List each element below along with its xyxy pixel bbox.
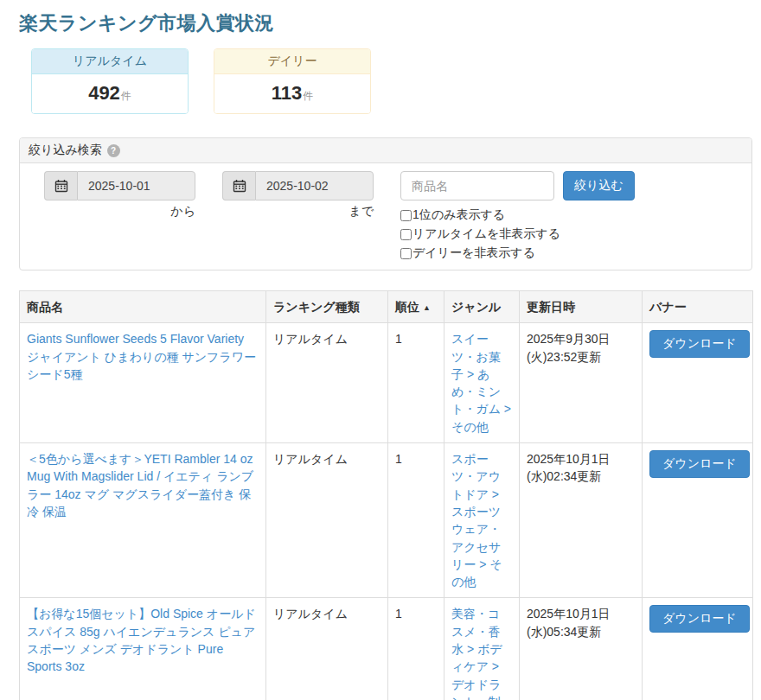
- calendar-icon[interactable]: [44, 171, 77, 200]
- filter-panel-header: 絞り込み検索 ?: [20, 138, 751, 163]
- daily-card-header: デイリー: [214, 49, 370, 74]
- help-icon[interactable]: ?: [107, 144, 120, 157]
- calendar-icon-glyph: [233, 179, 246, 193]
- realtime-card-header: リアルタイム: [32, 49, 188, 74]
- header-product-name: 商品名: [20, 291, 266, 323]
- daily-count: 113: [272, 82, 303, 104]
- download-button[interactable]: ダウンロード: [649, 605, 750, 633]
- checkbox-hide-realtime[interactable]: リアルタイムを非表示する: [400, 225, 635, 244]
- realtime-count-unit: 件: [121, 90, 131, 102]
- checkbox-first-place-only[interactable]: 1位のみ表示する: [400, 206, 635, 225]
- product-name-input[interactable]: [400, 171, 554, 200]
- header-rank-label: 順位: [395, 300, 419, 314]
- realtime-card-body: 492件: [32, 74, 188, 113]
- genre-link[interactable]: スイーツ・お菓子 > あめ・ミント・ガム > その他: [451, 332, 511, 433]
- download-button[interactable]: ダウンロード: [649, 450, 750, 478]
- download-button[interactable]: ダウンロード: [649, 330, 750, 358]
- checkbox-hide-daily[interactable]: デイリーを非表示する: [400, 244, 635, 263]
- filter-panel-title: 絞り込み検索: [29, 143, 102, 158]
- date-from-input[interactable]: [77, 171, 195, 200]
- ranking-type-cell: リアルタイム: [266, 598, 388, 700]
- calendar-icon-glyph: [54, 179, 68, 193]
- date-from-suffix: から: [44, 204, 195, 220]
- table-row: Giants Sunflower Seeds 5 Flavor Variety …: [20, 323, 753, 443]
- ranking-type-cell: リアルタイム: [266, 323, 388, 443]
- updated-cell: 2025年10月1日(水)05:34更新: [520, 598, 643, 700]
- updated-cell: 2025年10月1日(水)02:34更新: [520, 443, 643, 598]
- calendar-icon[interactable]: [222, 171, 255, 200]
- genre-link[interactable]: 美容・コスメ・香水 > ボディケア > デオドラント・制汗剤 > その他: [451, 607, 502, 700]
- page-container: 楽天ランキング市場入賞状況 リアルタイム 492件 デイリー 113件 絞り込み…: [0, 0, 761, 700]
- rank-cell: 1: [388, 443, 444, 598]
- search-column: 絞り込む 1位のみ表示する リアルタイムを非表示する デイリーを非表示する: [400, 171, 635, 263]
- sort-asc-icon: ▲: [423, 303, 431, 312]
- realtime-card: リアルタイム 492件: [31, 48, 189, 114]
- filter-panel-body: から: [20, 163, 751, 270]
- date-from-group: から: [44, 171, 195, 220]
- table-header-row: 商品名 ランキング種類 順位▲ ジャンル 更新日時 バナー: [20, 291, 753, 323]
- filter-submit-button[interactable]: 絞り込む: [563, 171, 635, 200]
- product-link[interactable]: Giants Sunflower Seeds 5 Flavor Variety …: [27, 332, 256, 381]
- header-genre: ジャンル: [444, 291, 520, 323]
- ranking-type-cell: リアルタイム: [266, 443, 388, 598]
- table-row: 【お得な15個セット】Old Spice オールドスパイス 85g ハイエンデュ…: [20, 598, 753, 700]
- realtime-count: 492: [88, 82, 120, 104]
- updated-cell: 2025年9月30日(火)23:52更新: [520, 323, 643, 443]
- first-place-only-checkbox[interactable]: [400, 210, 412, 221]
- rank-cell: 1: [388, 598, 444, 700]
- header-updated: 更新日時: [520, 291, 643, 323]
- results-table: 商品名 ランキング種類 順位▲ ジャンル 更新日時 バナー Giants Sun…: [19, 290, 753, 700]
- filter-checkboxes: 1位のみ表示する リアルタイムを非表示する デイリーを非表示する: [400, 206, 635, 263]
- daily-card: デイリー 113件: [214, 48, 371, 114]
- checkbox-label: 1位のみ表示する: [412, 207, 505, 223]
- product-link[interactable]: 【お得な15個セット】Old Spice オールドスパイス 85g ハイエンデュ…: [27, 607, 256, 673]
- hide-realtime-checkbox[interactable]: [400, 229, 412, 240]
- genre-link[interactable]: スポーツ・アウトドア > スポーツウェア・アクセサリー > その他: [451, 452, 502, 589]
- hide-daily-checkbox[interactable]: [400, 248, 412, 259]
- rank-cell: 1: [388, 323, 444, 443]
- product-link[interactable]: ＜5色から選べます＞YETI Rambler 14 oz Mug With Ma…: [27, 452, 253, 519]
- date-to-suffix: まで: [222, 204, 374, 220]
- header-rank[interactable]: 順位▲: [388, 291, 444, 323]
- checkbox-label: デイリーを非表示する: [412, 245, 535, 261]
- checkbox-label: リアルタイムを非表示する: [412, 226, 560, 242]
- header-ranking-type: ランキング種類: [266, 291, 388, 323]
- daily-card-body: 113件: [214, 74, 370, 113]
- page-title: 楽天ランキング市場入賞状況: [19, 10, 752, 36]
- summary-cards: リアルタイム 492件 デイリー 113件: [31, 48, 752, 114]
- table-row: ＜5色から選べます＞YETI Rambler 14 oz Mug With Ma…: [20, 443, 753, 598]
- daily-count-unit: 件: [303, 90, 313, 102]
- filter-panel: 絞り込み検索 ?: [19, 137, 752, 270]
- date-to-input[interactable]: [255, 171, 374, 200]
- date-to-group: まで: [222, 171, 374, 220]
- header-banner: バナー: [643, 291, 753, 323]
